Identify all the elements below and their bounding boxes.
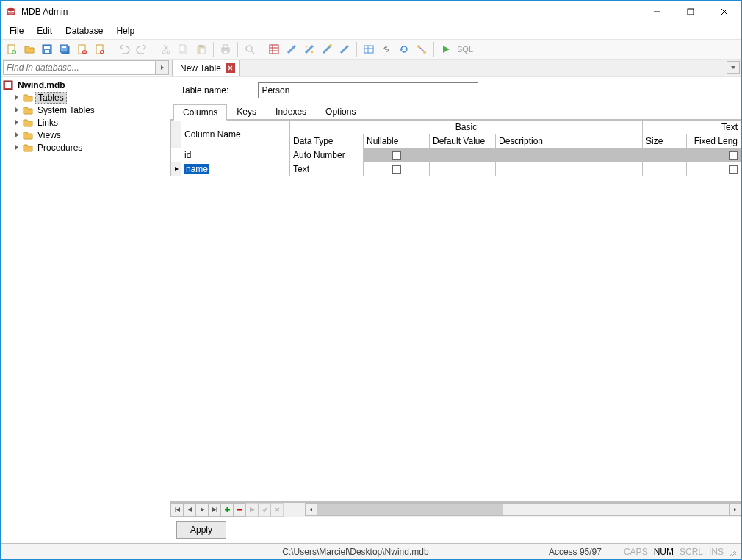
wizard-1-icon[interactable] <box>284 41 300 57</box>
relations-icon[interactable] <box>414 41 430 57</box>
minimize-button[interactable] <box>640 1 674 23</box>
menu-database[interactable]: Database <box>60 24 109 37</box>
cell-editing[interactable]: name <box>184 164 209 174</box>
delete-file-icon[interactable] <box>92 41 108 57</box>
document-tab[interactable]: New Table <box>172 60 240 76</box>
nav-last-icon[interactable] <box>208 503 221 517</box>
search-input[interactable] <box>3 60 156 75</box>
tree-links-node[interactable]: Links <box>1 116 170 129</box>
close-tab-icon[interactable] <box>226 63 235 73</box>
cell-default[interactable] <box>430 148 496 162</box>
checkbox-icon[interactable] <box>729 151 738 160</box>
data-icon[interactable] <box>361 41 377 57</box>
col-header-desc[interactable]: Description <box>496 134 643 148</box>
cell-description[interactable] <box>496 148 643 162</box>
expand-icon[interactable] <box>12 106 21 114</box>
tab-columns[interactable]: Columns <box>173 104 227 121</box>
nav-next-icon[interactable] <box>195 503 209 517</box>
maximize-button[interactable] <box>674 1 707 23</box>
expand-icon[interactable] <box>12 93 21 101</box>
cell-description[interactable] <box>496 162 643 176</box>
nav-cancel-icon[interactable] <box>270 503 284 517</box>
nav-prev-icon[interactable] <box>183 503 196 517</box>
menu-edit[interactable]: Edit <box>31 24 58 37</box>
apply-button[interactable]: Apply <box>176 521 226 539</box>
print-icon[interactable] <box>217 41 234 57</box>
expand-icon[interactable] <box>12 143 21 151</box>
table-design-icon[interactable] <box>266 41 282 57</box>
scroll-right-icon[interactable] <box>729 503 741 516</box>
table-row[interactable]: nameText <box>171 162 741 176</box>
tree-node-label: Procedures <box>35 143 84 153</box>
nav-add-icon[interactable] <box>220 503 234 517</box>
object-tree[interactable]: Nwind.mdb Tables System Tables Links <box>1 77 170 543</box>
tab-indexes[interactable]: Indexes <box>266 104 316 120</box>
columns-grid[interactable]: Column Name Basic Text Data Type Nullabl… <box>170 120 741 176</box>
cell-column-name[interactable]: name <box>181 162 290 176</box>
cell-size[interactable] <box>643 148 687 162</box>
cell-data-type[interactable]: Auto Number <box>290 148 364 162</box>
cell-nullable[interactable] <box>364 162 430 176</box>
cell-nullable[interactable] <box>364 148 430 162</box>
nav-remove-icon[interactable] <box>233 503 246 517</box>
find-icon[interactable] <box>242 41 258 57</box>
window-title: MDB Admin <box>21 7 68 17</box>
cut-icon[interactable] <box>158 41 174 57</box>
cell-data-type[interactable]: Text <box>290 162 364 176</box>
scroll-left-icon[interactable] <box>305 503 317 516</box>
wizard-3-icon[interactable] <box>319 41 335 57</box>
new-file-icon[interactable] <box>4 41 20 57</box>
tab-keys[interactable]: Keys <box>227 104 266 120</box>
search-go-button[interactable] <box>156 60 169 75</box>
wizard-2-icon[interactable] <box>301 41 317 57</box>
tab-options[interactable]: Options <box>316 104 365 120</box>
scroll-thumb[interactable] <box>317 504 503 515</box>
checkbox-icon[interactable] <box>392 151 401 160</box>
col-header-nullable[interactable]: Nullable <box>364 134 430 148</box>
undo-icon[interactable] <box>116 41 132 57</box>
table-name-input[interactable] <box>258 82 478 98</box>
cell-default[interactable] <box>430 162 496 176</box>
save-all-icon[interactable] <box>57 41 73 57</box>
svg-rect-58 <box>5 82 11 88</box>
checkbox-icon[interactable] <box>392 165 401 174</box>
col-header-size[interactable]: Size <box>643 134 687 148</box>
run-icon[interactable] <box>438 41 454 57</box>
col-header-type[interactable]: Data Type <box>290 134 364 148</box>
tree-system-tables-node[interactable]: System Tables <box>1 104 170 116</box>
cell-size[interactable] <box>643 162 687 176</box>
nav-post-icon[interactable] <box>258 503 271 517</box>
menu-help[interactable]: Help <box>110 24 140 37</box>
remove-file-icon[interactable] <box>74 41 90 57</box>
col-header-name[interactable]: Column Name <box>181 121 290 148</box>
nav-edit-icon[interactable] <box>245 503 259 517</box>
cell-column-name[interactable]: id <box>181 148 290 162</box>
tree-database-node[interactable]: Nwind.mdb <box>1 79 170 91</box>
tab-list-dropdown[interactable] <box>727 61 740 74</box>
copy-icon[interactable] <box>176 41 192 57</box>
tree-procedures-node[interactable]: Procedures <box>1 141 170 154</box>
resize-grip-icon[interactable] <box>727 548 737 556</box>
col-header-fixed[interactable]: Fixed Leng <box>687 134 741 148</box>
expand-icon[interactable] <box>12 131 21 139</box>
nav-first-icon[interactable] <box>170 503 184 517</box>
cell-fixed[interactable] <box>687 148 741 162</box>
paste-icon[interactable] <box>193 41 209 57</box>
refresh-icon[interactable] <box>396 41 412 57</box>
table-row[interactable]: idAuto Number <box>171 148 741 162</box>
status-path: C:\Users\Marciel\Desktop\Nwind.mdb <box>167 547 544 557</box>
link-icon[interactable] <box>378 41 395 57</box>
tree-views-node[interactable]: Views <box>1 129 170 141</box>
expand-icon[interactable] <box>12 118 21 126</box>
wizard-4-icon[interactable] <box>336 41 353 57</box>
redo-icon[interactable] <box>134 41 150 57</box>
save-icon[interactable] <box>39 41 55 57</box>
open-file-icon[interactable] <box>21 41 37 57</box>
cell-fixed[interactable] <box>687 162 741 176</box>
checkbox-icon[interactable] <box>729 165 738 174</box>
menu-file[interactable]: File <box>4 24 29 37</box>
tree-tables-node[interactable]: Tables <box>1 91 170 104</box>
close-button[interactable] <box>707 1 741 23</box>
horizontal-scrollbar[interactable] <box>305 503 741 516</box>
col-header-default[interactable]: Default Value <box>430 134 496 148</box>
